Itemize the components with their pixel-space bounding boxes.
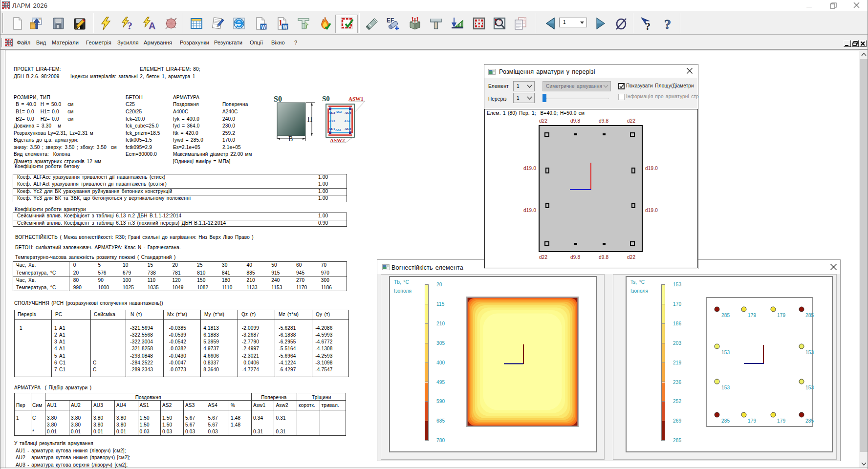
svg-text:AU3: AU3 <box>328 111 335 115</box>
svg-text:ASW1: ASW1 <box>348 96 364 102</box>
svg-text:H: H <box>307 116 312 123</box>
svg-text:ASW2: ASW2 <box>330 137 345 143</box>
svg-text:AS4: AS4 <box>344 119 350 123</box>
svg-text:AS1: AS1 <box>335 128 342 132</box>
svg-text:S0: S0 <box>274 95 282 103</box>
svg-text:?: ? <box>127 20 132 30</box>
svg-text:AU2: AU2 <box>345 127 351 131</box>
svg-text:W: W <box>283 24 288 30</box>
svg-text:?: ? <box>645 20 651 30</box>
svg-text:B: B <box>288 135 293 143</box>
svg-text:A: A <box>149 21 155 30</box>
svg-text:S0: S0 <box>322 95 330 103</box>
svg-text:W: W <box>261 24 266 30</box>
svg-text:AS3: AS3 <box>329 119 335 123</box>
svg-text:AU1: AU1 <box>328 127 335 131</box>
svg-text:AS2: AS2 <box>336 110 342 114</box>
svg-text:AU4: AU4 <box>345 111 351 115</box>
svg-text:?: ? <box>664 17 671 30</box>
